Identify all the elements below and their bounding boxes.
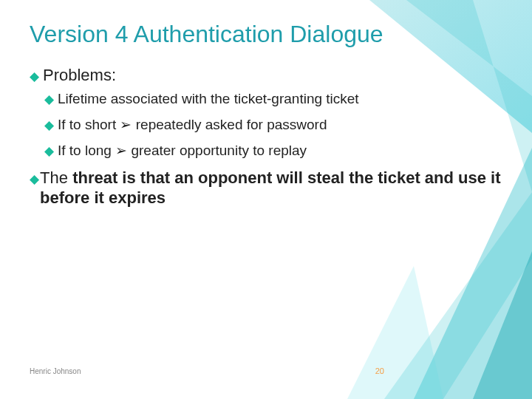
diamond-icon: ◆ <box>44 143 58 159</box>
long-suffix: greater opportunity to replay <box>127 143 307 158</box>
sub-text-long: If to long ➢ greater opportunity to repl… <box>58 142 307 159</box>
diamond-icon: ◆ <box>44 117 58 133</box>
bullet-threat: ◆ The threat is that an opponent will st… <box>30 168 502 208</box>
sub-bullet-short: ◆ If to short ➢ repeatedly asked for pas… <box>44 116 502 133</box>
diamond-icon: ◆ <box>30 69 43 84</box>
svg-marker-3 <box>473 251 532 399</box>
sub-bullet-long: ◆ If to long ➢ greater opportunity to re… <box>44 142 502 159</box>
bullet-problems: ◆ Problems: ◆ Lifetime associated with t… <box>30 66 502 159</box>
threat-prefix: The <box>40 168 72 187</box>
sub-text-short: If to short ➢ repeatedly asked for passw… <box>58 116 327 133</box>
short-prefix: If to short <box>58 117 120 132</box>
arrow-icon: ➢ <box>120 117 132 132</box>
diamond-icon: ◆ <box>44 92 58 107</box>
sub-text-lifetime: Lifetime associated with the ticket-gran… <box>58 91 359 107</box>
problems-label: Problems: <box>43 66 116 85</box>
short-suffix: repeatedly asked for password <box>132 117 327 132</box>
arrow-icon: ➢ <box>115 143 127 158</box>
page-number: 20 <box>375 366 384 375</box>
footer-author: Henric Johnson <box>30 367 81 375</box>
threat-rest: threat is that an opponent will steal th… <box>40 168 500 208</box>
long-prefix: If to long <box>58 143 115 158</box>
slide-title: Version 4 Authentication Dialogue <box>30 21 502 48</box>
threat-text: The threat is that an opponent will stea… <box>40 168 502 208</box>
sub-bullet-lifetime: ◆ Lifetime associated with the ticket-gr… <box>44 91 502 107</box>
diamond-icon: ◆ <box>30 171 40 187</box>
svg-marker-4 <box>347 266 443 399</box>
